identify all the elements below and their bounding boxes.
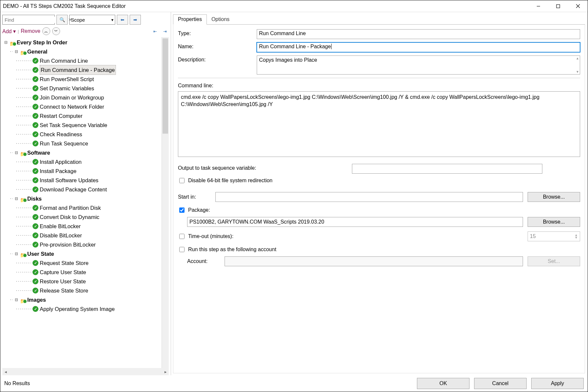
description-label: Description: [178, 55, 253, 63]
divider [178, 78, 580, 78]
tree-group[interactable]: Disks [27, 194, 42, 203]
disable-64bit-checkbox[interactable] [179, 178, 185, 183]
tree-item[interactable]: Pre-provision BitLocker [40, 240, 96, 249]
name-field[interactable]: Run Command Line - Package [257, 42, 580, 52]
tree-item[interactable]: Check Readiness [40, 130, 82, 139]
folder-icon [20, 297, 26, 302]
tree-item[interactable]: Request State Store [40, 258, 89, 268]
tree-root[interactable]: Every Step In Order [17, 38, 67, 47]
tree-vertical-scrollbar[interactable] [162, 37, 169, 368]
tree-item[interactable]: Convert Disk to Dynamic [40, 212, 99, 222]
account-field [225, 256, 523, 266]
package-checkbox[interactable] [179, 207, 185, 213]
commandline-field[interactable] [178, 91, 580, 157]
tree-group[interactable]: General [27, 47, 47, 56]
expand-icon[interactable]: ⊟ [14, 249, 19, 258]
status-text: No Results [4, 381, 412, 386]
set-account-button: Set... [528, 256, 580, 266]
tree-item[interactable]: Restart Computer [40, 111, 82, 120]
indent-button[interactable]: ⇥ [161, 27, 169, 35]
timeout-spinner: 15 ▲▼ [528, 231, 580, 241]
scope-dropdown[interactable]: Scope ▾ [69, 15, 115, 25]
startin-field[interactable] [215, 192, 523, 202]
tree-item[interactable]: Install Package [40, 166, 76, 176]
tree-item[interactable]: Release State Store [40, 286, 88, 295]
close-icon [576, 4, 580, 8]
step-tree[interactable]: ⊟ Every Step In Order···················… [2, 37, 162, 368]
tree-item[interactable]: Download Package Content [40, 185, 107, 194]
cancel-button[interactable]: Cancel [474, 378, 527, 389]
close-button[interactable] [568, 0, 588, 12]
nav-back-button[interactable]: ⬅ [117, 15, 128, 25]
package-browse-button[interactable]: Browse... [528, 217, 580, 227]
outdent-icon: ⇤ [153, 29, 157, 34]
tree-item[interactable]: Run Command Line [40, 56, 88, 65]
tree-item[interactable]: Install Software Updates [40, 176, 98, 185]
disable-64bit-label: Disable 64-bit file system redirection [188, 178, 272, 184]
check-icon: ✓ [33, 159, 38, 165]
runas-checkbox[interactable] [179, 247, 185, 252]
tree-item[interactable]: Restore User State [40, 277, 86, 286]
check-icon: ✓ [33, 76, 38, 82]
scope-label: Scope [71, 17, 85, 23]
tree-item[interactable]: Set Dynamic Variables [40, 84, 94, 93]
add-menu[interactable]: Add ▾ [2, 28, 16, 34]
description-field[interactable]: Copys Images into Place ▲ ▼ [257, 55, 580, 75]
tabs: Properties Options [173, 14, 585, 25]
scroll-right-icon[interactable]: ▸ [162, 369, 169, 374]
search-button[interactable]: 🔍 [56, 15, 68, 25]
collapse-all-button[interactable]: ︽ [42, 27, 50, 35]
tree-horizontal-scrollbar[interactable]: ◂ ▸ [2, 368, 169, 375]
window-controls [529, 0, 588, 12]
search-icon: 🔍 [59, 17, 65, 22]
expand-icon[interactable]: ⊟ [14, 148, 19, 157]
tree-item[interactable]: Format and Partition Disk [40, 203, 101, 212]
runas-label: Run this step as the following account [188, 247, 276, 252]
scrollbar-thumb[interactable] [163, 38, 168, 134]
ok-button[interactable]: OK [417, 378, 469, 389]
tree-item[interactable]: Disable BitLocker [40, 231, 82, 240]
tree-group[interactable]: User State [27, 249, 54, 258]
tree-item[interactable]: Set Task Sequence Variable [40, 120, 107, 130]
tree-item[interactable]: Enable BitLocker [40, 222, 81, 231]
tree-group[interactable]: Software [27, 148, 50, 157]
tree-item[interactable]: Run PowerShell Script [40, 75, 94, 84]
tree-item[interactable]: Run Command Line - Package [40, 65, 116, 75]
tree-item[interactable]: Apply Operating System Image [40, 304, 115, 314]
expand-all-button[interactable]: ︾ [52, 27, 60, 35]
maximize-button[interactable] [548, 0, 568, 12]
tree-item[interactable]: Install Application [40, 157, 82, 166]
outdent-button[interactable]: ⇤ [151, 27, 159, 35]
tree-item[interactable]: Capture User State [40, 268, 86, 277]
tree-item[interactable]: Run Task Sequence [40, 139, 88, 148]
check-icon: ✓ [33, 131, 38, 137]
check-icon: ✓ [33, 260, 38, 266]
minimize-button[interactable] [529, 0, 548, 12]
check-icon: ✓ [33, 278, 38, 284]
package-field[interactable] [187, 217, 523, 227]
tab-options[interactable]: Options [207, 14, 234, 25]
spinner-arrows-icon: ▲▼ [575, 234, 578, 239]
remove-button[interactable]: Remove [21, 28, 40, 34]
tree-item[interactable]: Connect to Network Folder [40, 102, 104, 111]
tree-group[interactable]: Images [27, 295, 46, 304]
expand-icon[interactable]: ⊟ [14, 47, 19, 56]
startin-browse-button[interactable]: Browse... [528, 192, 580, 202]
find-toolbar: ✕ 🔍 Scope ▾ ⬅ ➡ [2, 15, 169, 25]
expand-icon[interactable]: ⊟ [14, 295, 19, 304]
check-icon: ✓ [33, 306, 38, 312]
timeout-checkbox[interactable] [179, 234, 185, 239]
scroll-left-icon[interactable]: ◂ [2, 369, 9, 374]
expand-icon[interactable]: ⊟ [4, 38, 8, 47]
find-box[interactable]: ✕ [2, 15, 55, 25]
folder-icon [20, 150, 26, 155]
expand-icon[interactable]: ⊟ [14, 194, 19, 203]
folder-icon [10, 40, 15, 45]
arrow-right-icon: ➡ [133, 17, 137, 22]
tree-item[interactable]: Join Domain or Workgroup [40, 93, 104, 102]
tab-properties[interactable]: Properties [173, 14, 207, 25]
type-field: Run Command Line [257, 29, 580, 39]
nav-forward-button[interactable]: ➡ [130, 15, 141, 25]
apply-button[interactable]: Apply [531, 378, 584, 389]
output-variable-field[interactable] [352, 164, 542, 174]
